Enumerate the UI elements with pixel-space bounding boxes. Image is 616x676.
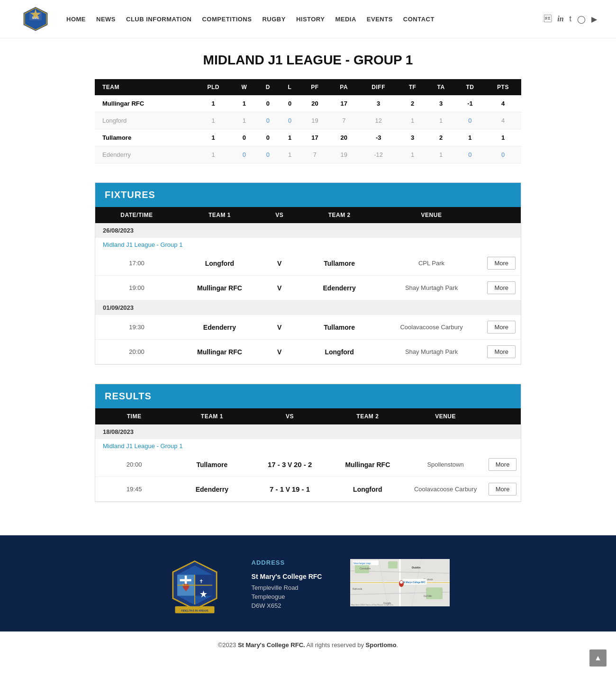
table-row: Tullamore10011720-33211: [95, 129, 521, 146]
instagram-icon[interactable]: ◯: [577, 15, 586, 24]
group-link[interactable]: Midland J1 League - Group 1: [103, 442, 182, 450]
group-row: Midland J1 League - Group 1: [95, 238, 521, 251]
more-button[interactable]: More: [487, 345, 516, 358]
nav-club-information[interactable]: CLUB INFORMATION: [126, 16, 191, 23]
footer-inner: ✝ ☀ FIDELITAS IN ARDUIS ADDRESS St Mary'…: [95, 559, 521, 617]
twitter-icon[interactable]: t: [570, 15, 571, 23]
fixtures-table: DATE/TIME TEAM 1 VS TEAM 2 VENUE 26/08/2…: [95, 207, 521, 364]
col-tf: TF: [399, 79, 427, 95]
fixtures-panel: FIXTURES DATE/TIME TEAM 1 VS TEAM 2 VENU…: [95, 182, 521, 365]
date-row: 26/08/2023: [95, 223, 521, 238]
nav-home[interactable]: HOME: [66, 16, 86, 23]
svg-text:✝: ✝: [199, 578, 203, 584]
nav-contact[interactable]: CONTACT: [403, 16, 435, 23]
footer-address-heading: ADDRESS: [252, 559, 322, 566]
match-row: 17:00LongfordVTullamoreCPL ParkMore: [95, 251, 521, 276]
youtube-icon[interactable]: ▶: [591, 15, 597, 24]
fixtures-title: FIXTURES: [105, 189, 511, 200]
score2: 19 - 1: [292, 485, 310, 493]
svg-rect-23: [426, 587, 443, 599]
group-link[interactable]: Midland J1 League - Group 1: [103, 241, 182, 248]
more-button[interactable]: More: [487, 321, 516, 333]
navigation: SMC HOME NEWS CLUB INFORMATION COMPETITI…: [0, 0, 616, 38]
nav-news[interactable]: NEWS: [96, 16, 116, 23]
col-pa: PA: [329, 79, 359, 95]
footer-addr-3: D6W X652: [252, 602, 322, 609]
results-panel: RESULTS TIME TEAM 1 VS TEAM 2 VENUE 18/0…: [95, 384, 521, 502]
col-diff: DIFF: [359, 79, 399, 95]
svg-text:View larger map: View larger map: [353, 562, 371, 565]
copyright-club: St Mary's College RFC.: [238, 641, 305, 649]
res-col-team2: TEAM 2: [329, 408, 407, 424]
social-links:  in t ◯ ▶: [544, 15, 597, 24]
back-to-top-button[interactable]: ▲: [589, 649, 607, 658]
league-table: TEAM PLD W D L PF PA DIFF TF TA TD PTS M…: [95, 79, 521, 163]
col-ta: TA: [426, 79, 455, 95]
footer-address: ADDRESS St Mary's College RFC Templevill…: [252, 559, 322, 611]
results-header: RESULTS: [95, 384, 521, 408]
footer-club-name: St Mary's College RFC: [252, 573, 322, 580]
results-table: TIME TEAM 1 VS TEAM 2 VENUE 18/08/2023Mi…: [95, 408, 521, 502]
res-col-action: [484, 408, 521, 424]
fix-col-vs: VS: [261, 207, 298, 223]
fix-col-team2: TEAM 2: [298, 207, 381, 223]
vs-label: V: [288, 461, 292, 469]
more-button[interactable]: More: [487, 257, 516, 270]
match-row: 19:30EdenderryVTullamoreCoolavacoose Car…: [95, 315, 521, 340]
res-col-team1: TEAM 1: [173, 408, 251, 424]
svg-text:FIDELITAS IN ARDUIS: FIDELITAS IN ARDUIS: [181, 609, 208, 612]
logo[interactable]: SMC: [19, 5, 52, 33]
table-row: Edenderry1001719-121100: [95, 146, 521, 163]
col-pts: PTS: [485, 79, 521, 95]
page-title: MIDLAND J1 LEAGUE - GROUP 1: [95, 53, 521, 68]
results-title: RESULTS: [105, 391, 511, 402]
svg-point-33: [400, 581, 403, 584]
svg-text:Clondalkin: Clondalkin: [360, 567, 371, 570]
col-team: TEAM: [95, 79, 195, 95]
copyright-bar: ©2023 St Mary's College RFC. All rights …: [0, 631, 616, 658]
fix-col-action: [482, 207, 521, 223]
result-row: 19:45Edenderry7 - 1 V 19 - 1LongfordCool…: [95, 477, 521, 502]
more-button[interactable]: More: [489, 483, 517, 496]
fix-col-venue: VENUE: [381, 207, 482, 223]
score2: 20 - 2: [294, 460, 312, 469]
svg-text:Rathcoole: Rathcoole: [353, 588, 362, 590]
nav-media[interactable]: MEDIA: [335, 16, 356, 23]
facebook-icon[interactable]: : [544, 15, 552, 23]
nav-history[interactable]: HISTORY: [296, 16, 325, 23]
date-row: 01/09/2023: [95, 300, 521, 315]
fix-col-team1: TEAM 1: [178, 207, 261, 223]
date-row: 18/08/2023: [95, 424, 521, 439]
copyright-text: ©2023 St Mary's College RFC. All rights …: [218, 641, 398, 649]
footer-map[interactable]: Clondalkin Dublin Blackrock Rathcoole Da…: [350, 559, 450, 608]
match-row: 19:00Mullingar RFCVEdenderryShay Murtagh…: [95, 276, 521, 300]
col-l: L: [279, 79, 300, 95]
linkedin-icon[interactable]: in: [557, 15, 563, 23]
res-col-vs: VS: [251, 408, 328, 424]
svg-text:Map data ©2023   Terms of Use : Map data ©2023 Terms of Use Report a map…: [351, 604, 394, 606]
score1: 7 - 1: [270, 485, 284, 493]
fix-col-datetime: DATE/TIME: [95, 207, 178, 223]
col-pf: PF: [300, 79, 329, 95]
svg-text:Dal Killin: Dal Killin: [424, 595, 432, 597]
col-d: D: [257, 79, 279, 95]
footer-addr-1: Templeville Road: [252, 584, 322, 591]
vs-label: V: [286, 486, 290, 493]
result-row: 20:00Tullamore17 - 3 V 20 - 2Mullingar R…: [95, 452, 521, 477]
res-col-venue: VENUE: [407, 408, 484, 424]
col-w: W: [232, 79, 256, 95]
footer: ✝ ☀ FIDELITAS IN ARDUIS ADDRESS St Mary'…: [0, 535, 616, 631]
copyright-platform: Sportlomo: [366, 641, 397, 649]
svg-text:Dublin: Dublin: [412, 566, 421, 569]
nav-rugby[interactable]: RUGBY: [262, 16, 285, 23]
fixtures-header: FIXTURES: [95, 183, 521, 207]
svg-rect-6: [180, 579, 191, 581]
main-content: MIDLAND J1 LEAGUE - GROUP 1 TEAM PLD W D…: [85, 38, 531, 535]
more-button[interactable]: More: [489, 458, 517, 471]
match-row: 20:00Mullingar RFCVLongfordShay Murtagh …: [95, 340, 521, 364]
nav-competitions[interactable]: COMPETITIONS: [202, 16, 252, 23]
footer-addr-2: Templeogue: [252, 593, 322, 600]
table-row: Mullingar RFC11002017323-14: [95, 95, 521, 112]
nav-events[interactable]: EVENTS: [367, 16, 393, 23]
more-button[interactable]: More: [487, 281, 516, 294]
